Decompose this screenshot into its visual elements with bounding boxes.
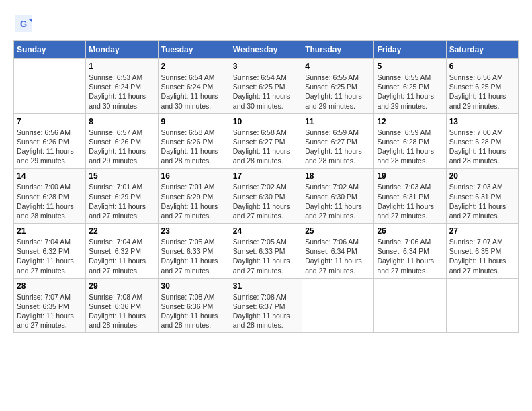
sunset-text: Sunset: 6:34 PM bbox=[305, 247, 357, 255]
day-info: Sunrise: 6:59 AM Sunset: 6:27 PM Dayligh… bbox=[305, 128, 371, 166]
calendar-cell: 5 Sunrise: 6:55 AM Sunset: 6:25 PM Dayli… bbox=[374, 59, 446, 114]
daylight-text: Daylight: 11 hours and 27 minutes. bbox=[377, 257, 434, 274]
day-info: Sunrise: 7:04 AM Sunset: 6:32 PM Dayligh… bbox=[89, 237, 154, 275]
sunrise-text: Sunrise: 6:54 AM bbox=[233, 73, 287, 81]
sunset-text: Sunset: 6:25 PM bbox=[377, 83, 429, 91]
daylight-text: Daylight: 11 hours and 28 minutes. bbox=[161, 312, 218, 329]
daylight-text: Daylight: 11 hours and 27 minutes. bbox=[17, 312, 74, 329]
day-number: 10 bbox=[233, 117, 299, 126]
daylight-text: Daylight: 11 hours and 27 minutes. bbox=[449, 257, 506, 274]
column-header-friday: Friday bbox=[374, 41, 446, 59]
calendar-cell bbox=[302, 278, 374, 333]
calendar-cell: 6 Sunrise: 6:56 AM Sunset: 6:25 PM Dayli… bbox=[446, 59, 518, 114]
day-info: Sunrise: 7:08 AM Sunset: 6:36 PM Dayligh… bbox=[89, 292, 154, 330]
logo: G bbox=[13, 13, 36, 34]
sunset-text: Sunset: 6:35 PM bbox=[17, 302, 69, 310]
calendar-week-4: 21 Sunrise: 7:04 AM Sunset: 6:32 PM Dayl… bbox=[14, 224, 519, 279]
sunset-text: Sunset: 6:31 PM bbox=[377, 193, 429, 201]
sunrise-text: Sunrise: 6:57 AM bbox=[89, 128, 142, 136]
calendar-cell: 1 Sunrise: 6:53 AM Sunset: 6:24 PM Dayli… bbox=[86, 59, 158, 114]
sunset-text: Sunset: 6:31 PM bbox=[449, 193, 502, 201]
day-info: Sunrise: 7:01 AM Sunset: 6:29 PM Dayligh… bbox=[89, 182, 154, 220]
calendar-cell bbox=[14, 59, 86, 114]
sunset-text: Sunset: 6:26 PM bbox=[17, 138, 69, 146]
day-number: 20 bbox=[449, 171, 515, 181]
sunrise-text: Sunrise: 7:01 AM bbox=[161, 183, 215, 191]
day-number: 22 bbox=[89, 226, 154, 236]
column-header-thursday: Thursday bbox=[302, 41, 374, 59]
day-number: 1 bbox=[89, 62, 154, 71]
day-info: Sunrise: 7:04 AM Sunset: 6:32 PM Dayligh… bbox=[17, 237, 83, 275]
calendar-cell bbox=[446, 278, 518, 333]
day-info: Sunrise: 7:06 AM Sunset: 6:34 PM Dayligh… bbox=[305, 237, 371, 275]
day-info: Sunrise: 7:01 AM Sunset: 6:29 PM Dayligh… bbox=[161, 182, 227, 220]
daylight-text: Daylight: 11 hours and 27 minutes. bbox=[17, 257, 74, 274]
day-number: 15 bbox=[89, 171, 154, 181]
sunrise-text: Sunrise: 6:54 AM bbox=[161, 73, 215, 81]
calendar-cell: 11 Sunrise: 6:59 AM Sunset: 6:27 PM Dayl… bbox=[302, 113, 374, 169]
sunset-text: Sunset: 6:36 PM bbox=[89, 302, 141, 310]
sunrise-text: Sunrise: 7:08 AM bbox=[233, 293, 287, 301]
calendar-week-2: 7 Sunrise: 6:56 AM Sunset: 6:26 PM Dayli… bbox=[14, 113, 519, 169]
day-number: 25 bbox=[305, 226, 371, 236]
calendar-cell: 26 Sunrise: 7:06 AM Sunset: 6:34 PM Dayl… bbox=[374, 224, 446, 279]
day-info: Sunrise: 6:57 AM Sunset: 6:26 PM Dayligh… bbox=[89, 128, 154, 166]
sunset-text: Sunset: 6:29 PM bbox=[89, 193, 141, 201]
sunrise-text: Sunrise: 7:06 AM bbox=[377, 238, 431, 246]
day-info: Sunrise: 7:07 AM Sunset: 6:35 PM Dayligh… bbox=[449, 237, 515, 275]
sunrise-text: Sunrise: 7:00 AM bbox=[449, 128, 503, 136]
sunrise-text: Sunrise: 6:58 AM bbox=[161, 128, 215, 136]
day-number: 30 bbox=[161, 281, 227, 291]
day-number: 19 bbox=[377, 171, 443, 181]
sunrise-text: Sunrise: 6:59 AM bbox=[305, 128, 359, 136]
sunrise-text: Sunrise: 7:01 AM bbox=[89, 183, 142, 191]
daylight-text: Daylight: 11 hours and 27 minutes. bbox=[161, 202, 218, 220]
day-info: Sunrise: 7:03 AM Sunset: 6:31 PM Dayligh… bbox=[377, 182, 443, 220]
daylight-text: Daylight: 11 hours and 28 minutes. bbox=[233, 147, 290, 165]
day-info: Sunrise: 7:02 AM Sunset: 6:30 PM Dayligh… bbox=[233, 182, 299, 220]
calendar-cell: 27 Sunrise: 7:07 AM Sunset: 6:35 PM Dayl… bbox=[446, 224, 518, 279]
day-info: Sunrise: 7:06 AM Sunset: 6:34 PM Dayligh… bbox=[377, 237, 443, 275]
day-info: Sunrise: 7:00 AM Sunset: 6:28 PM Dayligh… bbox=[17, 182, 83, 220]
sunrise-text: Sunrise: 6:55 AM bbox=[305, 73, 359, 81]
sunset-text: Sunset: 6:33 PM bbox=[233, 247, 285, 255]
day-number: 3 bbox=[233, 62, 299, 71]
day-info: Sunrise: 6:59 AM Sunset: 6:28 PM Dayligh… bbox=[377, 128, 443, 166]
day-number: 28 bbox=[17, 281, 83, 291]
calendar-cell bbox=[374, 278, 446, 333]
calendar-cell: 2 Sunrise: 6:54 AM Sunset: 6:24 PM Dayli… bbox=[158, 59, 230, 114]
calendar-week-1: 1 Sunrise: 6:53 AM Sunset: 6:24 PM Dayli… bbox=[14, 59, 519, 114]
daylight-text: Daylight: 11 hours and 28 minutes. bbox=[89, 312, 146, 329]
calendar-cell: 28 Sunrise: 7:07 AM Sunset: 6:35 PM Dayl… bbox=[14, 278, 86, 333]
day-number: 7 bbox=[17, 117, 83, 126]
day-number: 11 bbox=[305, 117, 371, 126]
sunrise-text: Sunrise: 7:07 AM bbox=[449, 238, 503, 246]
day-number: 16 bbox=[161, 171, 227, 181]
daylight-text: Daylight: 11 hours and 28 minutes. bbox=[17, 202, 74, 220]
daylight-text: Daylight: 11 hours and 28 minutes. bbox=[305, 147, 362, 165]
day-info: Sunrise: 6:55 AM Sunset: 6:25 PM Dayligh… bbox=[305, 73, 371, 111]
sunrise-text: Sunrise: 6:59 AM bbox=[377, 128, 431, 136]
day-number: 14 bbox=[17, 171, 83, 181]
sunrise-text: Sunrise: 6:56 AM bbox=[17, 128, 71, 136]
day-info: Sunrise: 7:03 AM Sunset: 6:31 PM Dayligh… bbox=[449, 182, 515, 220]
calendar-cell: 18 Sunrise: 7:02 AM Sunset: 6:30 PM Dayl… bbox=[302, 169, 374, 224]
sunset-text: Sunset: 6:37 PM bbox=[233, 302, 285, 310]
daylight-text: Daylight: 11 hours and 27 minutes. bbox=[377, 202, 434, 220]
sunset-text: Sunset: 6:36 PM bbox=[161, 302, 214, 310]
daylight-text: Daylight: 11 hours and 29 minutes. bbox=[449, 92, 506, 109]
day-info: Sunrise: 6:54 AM Sunset: 6:24 PM Dayligh… bbox=[161, 73, 227, 111]
sunrise-text: Sunrise: 7:04 AM bbox=[17, 238, 71, 246]
day-number: 31 bbox=[233, 281, 299, 291]
day-number: 12 bbox=[377, 117, 443, 126]
day-info: Sunrise: 7:05 AM Sunset: 6:33 PM Dayligh… bbox=[161, 237, 227, 275]
day-number: 13 bbox=[449, 117, 515, 126]
day-number: 29 bbox=[89, 281, 154, 291]
daylight-text: Daylight: 11 hours and 27 minutes. bbox=[305, 257, 362, 274]
column-header-tuesday: Tuesday bbox=[158, 41, 230, 59]
calendar-header: SundayMondayTuesdayWednesdayThursdayFrid… bbox=[14, 41, 519, 59]
calendar-cell: 31 Sunrise: 7:08 AM Sunset: 6:37 PM Dayl… bbox=[230, 278, 302, 333]
daylight-text: Daylight: 11 hours and 30 minutes. bbox=[161, 92, 218, 109]
calendar-cell: 21 Sunrise: 7:04 AM Sunset: 6:32 PM Dayl… bbox=[14, 224, 86, 279]
daylight-text: Daylight: 11 hours and 27 minutes. bbox=[161, 257, 218, 274]
